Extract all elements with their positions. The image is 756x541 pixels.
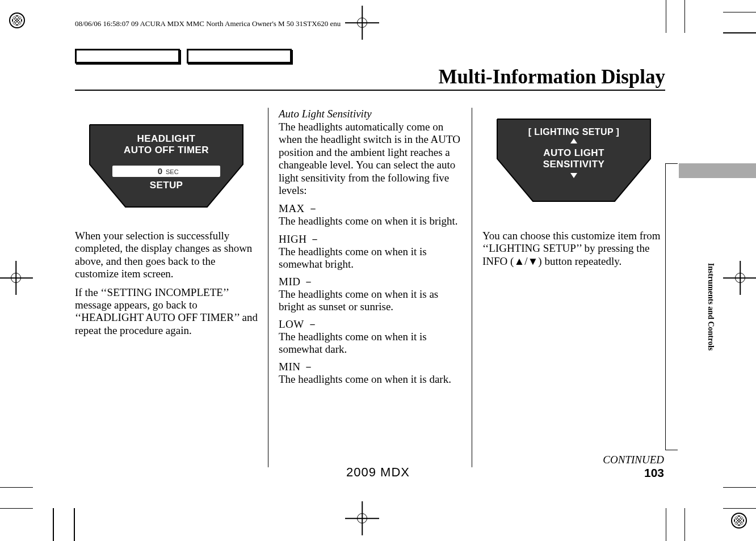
column-1: HEADLIGHT AUTO OFF TIMER 0 SEC SETUP Whe… bbox=[75, 108, 268, 467]
crop-mark bbox=[74, 508, 75, 541]
illo-footer: SETUP bbox=[150, 180, 183, 191]
illo2-line2: SENSITIVITY bbox=[543, 159, 605, 170]
dash-illustration-lighting-setup: [ LIGHTING SETUP ] AUTO LIGHT SENSITIVIT… bbox=[482, 108, 665, 230]
crop-mark bbox=[0, 508, 33, 509]
section-side-label: Instruments and Controls bbox=[706, 263, 715, 351]
crop-mark bbox=[723, 32, 756, 33]
print-registration-icon bbox=[9, 12, 25, 28]
crop-mark bbox=[0, 487, 33, 488]
level-desc: The headlights come on when it is somewh… bbox=[279, 331, 427, 355]
level-high: HIGH － The headlights come on when it is… bbox=[279, 233, 461, 270]
crop-mark bbox=[53, 508, 54, 541]
level-low: LOW － The headlights come on when it is … bbox=[279, 318, 461, 356]
crop-mark bbox=[723, 508, 756, 509]
level-desc: The headlights come on when it is dark. bbox=[279, 373, 451, 385]
level-min: MIN － The headlights come on when it is … bbox=[279, 361, 461, 386]
col1-para2: If the ‘‘SETTING INCOMPLETE’’ message ap… bbox=[75, 286, 258, 337]
continued-label: CONTINUED bbox=[603, 454, 664, 466]
illo2-title: [ LIGHTING SETUP ] bbox=[528, 127, 620, 137]
column-3: [ LIGHTING SETUP ] AUTO LIGHT SENSITIVIT… bbox=[472, 108, 665, 467]
section-side-tab: Instruments and Controls bbox=[665, 163, 678, 450]
crosshair-icon bbox=[0, 261, 33, 295]
illo-line2: AUTO OFF TIMER bbox=[124, 145, 209, 155]
bleed-tab bbox=[679, 163, 756, 178]
illo-value-unit: SEC bbox=[166, 168, 179, 175]
illo-line1: HEADLIGHT bbox=[137, 133, 196, 144]
content-columns: HEADLIGHT AUTO OFF TIMER 0 SEC SETUP Whe… bbox=[75, 108, 665, 467]
level-desc: The headlights come on when it is somewh… bbox=[279, 246, 427, 270]
illo-value-num: 0 bbox=[158, 166, 162, 176]
level-desc: The headlights come on when it is as bri… bbox=[279, 288, 438, 312]
dash-illustration-headlight: HEADLIGHT AUTO OFF TIMER 0 SEC SETUP bbox=[75, 108, 258, 230]
col1-para1: When your selection is successfully comp… bbox=[75, 230, 258, 281]
level-label: LOW bbox=[279, 318, 304, 330]
footer-year-model: 2009 MDX bbox=[346, 465, 410, 480]
title-underline bbox=[75, 90, 665, 91]
level-label: MID bbox=[279, 276, 300, 288]
header-blank-boxes bbox=[75, 49, 292, 64]
page-number: 103 bbox=[644, 466, 664, 480]
crosshair-icon bbox=[345, 501, 379, 535]
level-desc: The headlights come on when it is bright… bbox=[279, 215, 458, 227]
doc-meta-line: 08/06/06 16:58:07 09 ACURA MDX MMC North… bbox=[75, 19, 341, 28]
level-label: MIN bbox=[279, 361, 300, 373]
crosshair-icon bbox=[723, 261, 756, 295]
crop-mark bbox=[684, 508, 686, 541]
col3-para1: You can choose this customize item from … bbox=[482, 230, 665, 268]
crop-mark bbox=[666, 0, 667, 33]
col2-subhead: Auto Light Sensitivity bbox=[279, 108, 461, 120]
crop-mark bbox=[684, 0, 686, 33]
page-title: Multi-Information Display bbox=[438, 66, 665, 88]
level-mid: MID － The headlights come on when it is … bbox=[279, 276, 461, 313]
level-label: MAX bbox=[279, 202, 305, 214]
illo2-line1: AUTO LIGHT bbox=[543, 147, 604, 158]
level-label: HIGH bbox=[279, 233, 307, 245]
crosshair-icon bbox=[345, 6, 379, 40]
crop-mark bbox=[723, 12, 756, 13]
col2-intro: The headlights automatically come on whe… bbox=[279, 121, 461, 197]
level-max: MAX － The headlights come on when it is … bbox=[279, 202, 461, 227]
print-registration-icon bbox=[731, 513, 747, 529]
column-2: Auto Light Sensitivity The headlights au… bbox=[268, 108, 472, 467]
crop-mark bbox=[723, 487, 756, 488]
crop-mark bbox=[666, 508, 667, 541]
